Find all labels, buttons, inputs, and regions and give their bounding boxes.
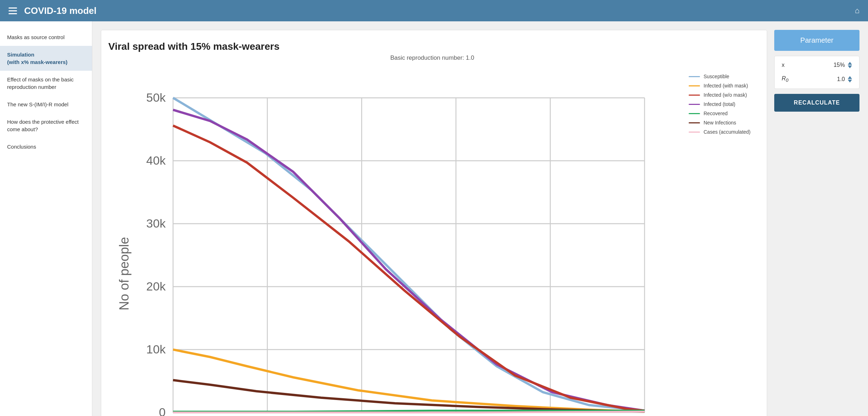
- legend-color-infected-nomask: [689, 95, 700, 96]
- home-icon[interactable]: ⌂: [855, 6, 859, 15]
- app-header: COVID-19 model ⌂: [0, 0, 868, 21]
- x-param-row: x 15%: [782, 62, 852, 68]
- parameter-box: x 15% R0 1.0: [774, 56, 859, 89]
- legend-item-recovered: Recovered: [689, 111, 756, 116]
- x-increase-button[interactable]: [848, 62, 852, 65]
- legend-item-infected-nomask: Infected (w/o mask): [689, 92, 756, 98]
- legend-label-susceptible: Susceptible: [704, 74, 729, 79]
- x-param-arrows: [848, 62, 852, 68]
- r0-decrease-button[interactable]: [848, 80, 852, 82]
- r0-param-arrows: [848, 76, 852, 82]
- x-param-value-wrap: 15%: [831, 62, 852, 68]
- svg-text:No of people: No of people: [117, 237, 131, 310]
- chart-subtitle: Basic reproduction number: 1.0: [108, 54, 756, 62]
- legend-label-cases-accumulated: Cases (accumulated): [704, 129, 750, 135]
- x-decrease-button[interactable]: [848, 65, 852, 68]
- sidebar: Masks as source control Simulation(with …: [0, 21, 92, 416]
- legend-label-infected-nomask: Infected (w/o mask): [704, 92, 747, 98]
- header-left: COVID-19 model: [9, 5, 97, 16]
- sidebar-item-new-model[interactable]: The new S-(IM/I)-R model: [0, 96, 92, 113]
- x-param-label: x: [782, 62, 785, 68]
- r0-increase-button[interactable]: [848, 76, 852, 79]
- svg-text:30k: 30k: [146, 217, 166, 230]
- chart-area: No of people 0 10k: [108, 70, 756, 416]
- legend-color-infected-mask: [689, 85, 700, 86]
- legend-color-new-infections: [689, 122, 700, 123]
- legend-label-recovered: Recovered: [704, 111, 728, 116]
- legend-color-recovered: [689, 113, 700, 114]
- r0-param-value: 1.0: [831, 76, 845, 82]
- sidebar-item-conclusions[interactable]: Conclusions: [0, 138, 92, 155]
- legend-color-susceptible: [689, 76, 700, 77]
- svg-text:0: 0: [159, 405, 166, 416]
- r0-param-label: R0: [782, 75, 788, 83]
- svg-text:50k: 50k: [146, 91, 166, 104]
- svg-text:40k: 40k: [146, 154, 166, 167]
- legend-color-cases-accumulated: [689, 132, 700, 133]
- sidebar-item-effect-masks[interactable]: Effect of masks on the basic reproductio…: [0, 71, 92, 96]
- app-title: COVID-19 model: [24, 5, 97, 16]
- chart-svg: No of people 0 10k: [108, 70, 682, 416]
- legend-color-infected-total: [689, 104, 700, 105]
- r0-param-value-wrap: 1.0: [831, 76, 852, 82]
- legend-label-infected-total: Infected (total): [704, 101, 736, 107]
- parameter-panel: Parameter x 15% R0: [774, 30, 859, 112]
- legend-item-susceptible: Susceptible: [689, 74, 756, 79]
- legend-label-infected-mask: Infected (with mask): [704, 83, 748, 89]
- chart-title: Viral spread with 15% mask-wearers: [108, 41, 756, 52]
- sidebar-item-protective[interactable]: How does the protective effect come abou…: [0, 113, 92, 138]
- hamburger-menu[interactable]: [9, 7, 17, 14]
- legend-item-infected-mask: Infected (with mask): [689, 83, 756, 89]
- svg-text:20k: 20k: [146, 279, 166, 293]
- recalculate-button[interactable]: RECALCULATE: [774, 94, 859, 112]
- svg-text:10k: 10k: [146, 342, 166, 356]
- main-layout: Masks as source control Simulation(with …: [0, 21, 868, 416]
- legend-label-new-infections: New Infections: [704, 120, 736, 126]
- chart-svg-wrap: No of people 0 10k: [108, 70, 682, 416]
- parameter-header: Parameter: [774, 30, 859, 51]
- chart-legend: Susceptible Infected (with mask) Infecte…: [689, 70, 756, 135]
- legend-item-new-infections: New Infections: [689, 120, 756, 126]
- chart-container: Viral spread with 15% mask-wearers Basic…: [101, 30, 767, 416]
- x-param-value: 15%: [831, 62, 845, 68]
- sidebar-item-masks-source[interactable]: Masks as source control: [0, 28, 92, 46]
- main-content: Viral spread with 15% mask-wearers Basic…: [92, 21, 868, 416]
- r0-param-row: R0 1.0: [782, 75, 852, 83]
- chart-title-wrap: Viral spread with 15% mask-wearers Basic…: [108, 41, 756, 62]
- legend-item-infected-total: Infected (total): [689, 101, 756, 107]
- legend-item-cases-accumulated: Cases (accumulated): [689, 129, 756, 135]
- sidebar-item-simulation[interactable]: Simulation(with x% mask-wearers): [0, 46, 92, 71]
